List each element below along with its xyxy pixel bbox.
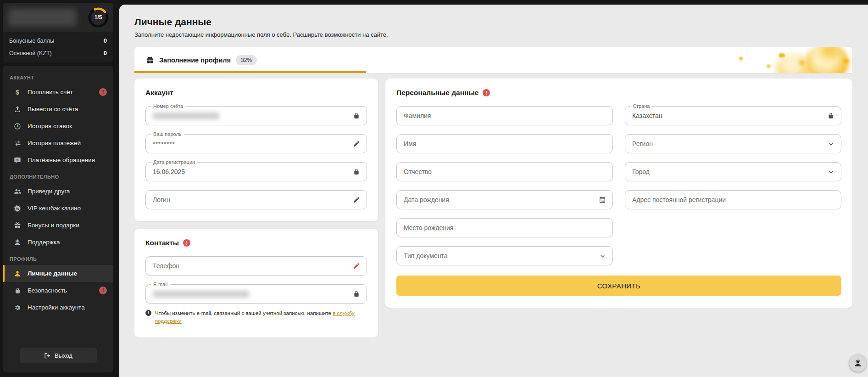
- page: 1/5 Бонусные баллы 0 Основной (KZT) 0 АК…: [0, 0, 868, 377]
- alert-icon: !: [183, 239, 190, 247]
- active-indicator: [3, 265, 5, 282]
- sidebar-item-label: Пополнить счёт: [28, 89, 73, 96]
- registration-date-label: Дата регистрации: [151, 159, 197, 165]
- logo-redacted: [8, 9, 76, 26]
- city-select[interactable]: Город: [625, 162, 841, 181]
- sidebar-item-vip-cashback[interactable]: % VIP кешбэк казино: [3, 200, 113, 217]
- svg-text:$: $: [17, 158, 19, 162]
- sidebar-item-invite-friend[interactable]: Приведи друга: [3, 183, 113, 200]
- svg-text:%: %: [16, 206, 19, 210]
- chevron-down-icon: [828, 141, 835, 147]
- account-card-title: Аккаунт: [145, 89, 367, 97]
- email-field[interactable]: E-mail: [145, 284, 367, 304]
- save-button[interactable]: СОХРАНИТЬ: [396, 276, 841, 296]
- tab-bar: Заполнение профиля 32%: [134, 47, 852, 73]
- sidebar-item-label: Личные данные: [28, 270, 77, 277]
- chevron-down-icon: [828, 169, 835, 175]
- page-title: Личные данные: [134, 17, 852, 28]
- login-field[interactable]: Логин: [145, 190, 367, 209]
- sidebar-item-withdraw[interactable]: Вывести со счёта: [3, 101, 113, 118]
- last-name-field[interactable]: Фамилия: [396, 106, 613, 125]
- friends-icon: [13, 187, 22, 196]
- section-header-account: АККАУНТ: [3, 69, 113, 84]
- sidebar-account-summary: 1/5 Бонусные баллы 0 Основной (KZT) 0: [3, 3, 113, 62]
- sidebar-item-label: Бонусы и подарки: [28, 222, 79, 229]
- sidebar-item-bonuses[interactable]: Бонусы и подарки: [3, 217, 113, 234]
- account-number-field[interactable]: Номер счёта: [145, 106, 367, 125]
- phone-placeholder: Телефон: [153, 262, 179, 270]
- gifts-decoration: [731, 47, 852, 73]
- edit-pencil-icon[interactable]: [353, 140, 360, 147]
- sidebar-item-personal-data[interactable]: Личные данные: [3, 265, 113, 282]
- sidebar-item-support[interactable]: Поддержка: [3, 234, 113, 251]
- balance-value: 0: [104, 50, 107, 56]
- sidebar-menu: АККАУНТ $ Пополнить счёт ! Вывести со сч…: [3, 66, 113, 372]
- redacted-email: [153, 291, 249, 298]
- lock-icon: [353, 112, 360, 119]
- tab-percent-badge: 32%: [236, 55, 257, 65]
- tab-profile-completion[interactable]: Заполнение профиля 32%: [134, 47, 269, 73]
- document-type-select[interactable]: Тип документа: [396, 246, 613, 265]
- phone-field[interactable]: Телефон: [145, 256, 367, 276]
- birth-place-field[interactable]: Место рождения: [396, 218, 613, 237]
- active-tab-underline: [134, 71, 366, 73]
- personal-data-card: Персональные данные ! Фамилия Страна Каз…: [385, 79, 852, 308]
- registration-date-field[interactable]: Дата регистрации 16.06.2025: [145, 162, 367, 181]
- sidebar-item-label: История ставок: [28, 123, 72, 129]
- page-subtitle: Заполните недостающие информационные пол…: [134, 31, 852, 38]
- calendar-icon[interactable]: [599, 196, 606, 203]
- balance-value: 0: [104, 37, 107, 44]
- country-value: Казахстан: [632, 112, 662, 119]
- middle-name-placeholder: Отчество: [404, 168, 432, 175]
- section-header-extra: ДОПОЛНИТЕЛЬНО: [3, 169, 113, 183]
- alert-icon: !: [483, 89, 490, 96]
- payment-chat-icon: $: [13, 156, 22, 164]
- balance-label: Бонусные баллы: [9, 38, 54, 44]
- account-number-label: Номер счёта: [151, 103, 185, 109]
- password-value: ********: [153, 141, 175, 147]
- logo-row: 1/5: [3, 3, 113, 32]
- contacts-card: Контакты ! Телефон E-mail: [134, 229, 378, 338]
- sidebar-item-account-settings[interactable]: Настройки аккаунта: [3, 299, 113, 316]
- sidebar-item-label: Вывести со счёта: [28, 106, 78, 113]
- password-field[interactable]: Ваш пароль ********: [145, 134, 367, 153]
- logout-button[interactable]: Выход: [20, 348, 97, 363]
- sidebar-item-bet-history[interactable]: История ставок: [3, 118, 113, 135]
- sidebar-item-label: Приведи друга: [28, 188, 70, 195]
- country-field[interactable]: Страна Казахстан: [625, 106, 841, 125]
- profile-progress-ring: 1/5: [88, 7, 109, 28]
- sidebar-item-label: VIP кешбэк казино: [28, 205, 81, 212]
- lock-icon: [13, 287, 22, 295]
- edit-pencil-icon[interactable]: [353, 196, 360, 203]
- logout-icon: [44, 352, 50, 359]
- balance-row-main: Основной (KZT) 0: [3, 47, 113, 59]
- sidebar-item-payment-history[interactable]: История платежей: [3, 135, 113, 152]
- person-icon: [13, 270, 22, 278]
- first-name-field[interactable]: Имя: [396, 134, 613, 153]
- sidebar-item-label: Платёжные обращения: [28, 157, 95, 163]
- sidebar-item-topup[interactable]: $ Пополнить счёт !: [3, 84, 113, 101]
- section-header-profile: ПРОФИЛЬ: [3, 251, 113, 265]
- contacts-card-title: Контакты !: [145, 239, 367, 247]
- birth-date-field[interactable]: Дата рождения: [396, 190, 613, 209]
- login-placeholder: Логин: [153, 196, 170, 203]
- redacted-account-number: [153, 113, 219, 119]
- alert-badge: !: [99, 287, 107, 294]
- address-field[interactable]: Адрес постоянной регистрации: [625, 190, 841, 209]
- birth-place-placeholder: Место рождения: [404, 224, 453, 231]
- gift-icon: [13, 221, 22, 230]
- support-chat-button[interactable]: [849, 354, 867, 372]
- tab-label: Заполнение профиля: [159, 56, 231, 64]
- sidebar-item-security[interactable]: Безопасность !: [3, 282, 113, 299]
- sidebar-item-label: Поддержка: [28, 239, 60, 246]
- region-select[interactable]: Регион: [625, 134, 841, 153]
- gift-icon: [146, 56, 154, 64]
- edit-pencil-icon[interactable]: [353, 262, 360, 270]
- balances: Бонусные баллы 0 Основной (KZT) 0: [3, 32, 113, 62]
- middle-name-field[interactable]: Отчество: [396, 162, 613, 181]
- logout-label: Выход: [55, 352, 72, 359]
- sidebar-item-payment-requests[interactable]: $ Платёжные обращения: [3, 152, 113, 169]
- transfer-arrows-icon: [13, 139, 22, 147]
- withdraw-icon: [13, 105, 22, 113]
- svg-text:$: $: [16, 89, 19, 96]
